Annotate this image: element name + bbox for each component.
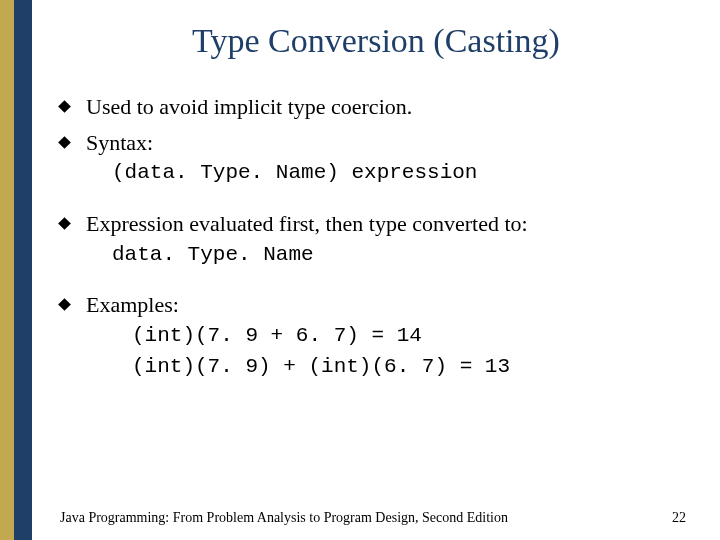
bullet-text: Examples: xyxy=(86,292,179,317)
accent-bar-blue xyxy=(14,0,32,540)
bullet-list: Examples: (int)(7. 9 + 6. 7) = 14 (int)(… xyxy=(60,290,692,383)
example-code-2: (int)(7. 9) + (int)(6. 7) = 13 xyxy=(86,351,692,383)
bullet-item: Expression evaluated first, then type co… xyxy=(60,209,692,270)
accent-bar-gold xyxy=(0,0,14,540)
type-name-code: data. Type. Name xyxy=(86,239,692,271)
slide-footer: Java Programming: From Problem Analysis … xyxy=(60,510,692,526)
bullet-text: Syntax: xyxy=(86,130,153,155)
page-number: 22 xyxy=(672,510,686,526)
bullet-item: Syntax: (data. Type. Name) expression xyxy=(60,128,692,189)
bullet-item: Examples: (int)(7. 9 + 6. 7) = 14 (int)(… xyxy=(60,290,692,383)
example-code-1: (int)(7. 9 + 6. 7) = 14 xyxy=(86,320,692,352)
bullet-text: Used to avoid implicit type coercion. xyxy=(86,94,412,119)
bullet-item: Used to avoid implicit type coercion. xyxy=(60,92,692,122)
slide-content: Type Conversion (Casting) Used to avoid … xyxy=(32,0,720,540)
footer-text: Java Programming: From Problem Analysis … xyxy=(60,510,508,526)
bullet-text: Expression evaluated first, then type co… xyxy=(86,211,528,236)
slide-title: Type Conversion (Casting) xyxy=(60,22,692,60)
side-accent-bars xyxy=(0,0,32,540)
syntax-code: (data. Type. Name) expression xyxy=(86,157,692,189)
bullet-list: Expression evaluated first, then type co… xyxy=(60,209,692,270)
bullet-list: Used to avoid implicit type coercion. Sy… xyxy=(60,92,692,189)
